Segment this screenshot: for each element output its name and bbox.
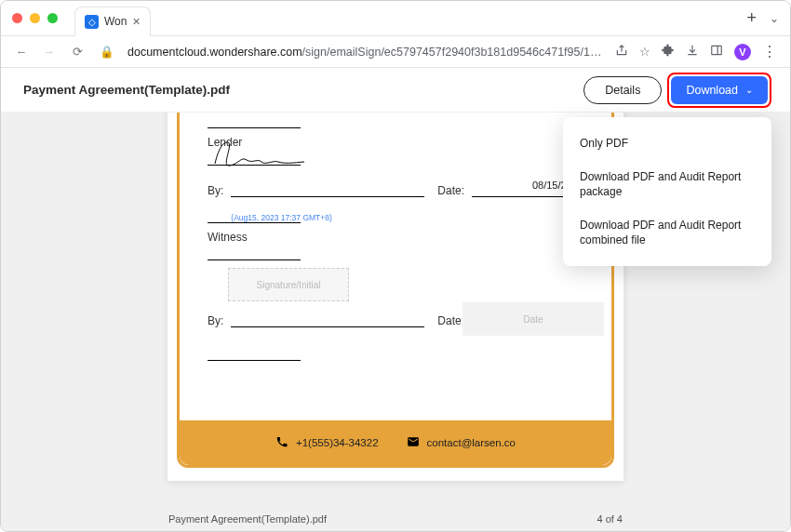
tabs-overflow-icon[interactable]: ⌄	[770, 12, 779, 25]
app-header: Payment Agreement(Template).pdf Details …	[1, 68, 790, 113]
date-label: Date:	[437, 184, 464, 197]
field-line	[208, 348, 301, 361]
document-page: Lender By: (Aug15, 2023 17:37 GMT+8) Dat…	[168, 113, 623, 481]
download-dropdown: Only PDF Download PDF and Audit Report p…	[563, 117, 771, 267]
window-titlebar: ◇ Won × + ⌄	[1, 1, 790, 36]
download-highlight: Download ⌄	[671, 76, 768, 104]
footer-phone: +1(555)34-34322	[275, 435, 379, 450]
share-icon[interactable]	[615, 44, 628, 60]
page-indicator: 4 of 4	[597, 513, 623, 525]
download-button[interactable]: Download ⌄	[671, 76, 768, 104]
back-icon[interactable]: ←	[14, 46, 29, 59]
field-line	[208, 115, 301, 128]
svg-rect-0	[712, 46, 722, 54]
witness-sign-row: By: Date: Date	[208, 303, 583, 327]
extensions-icon[interactable]	[662, 44, 675, 60]
document-footer-bar: +1(555)34-34322 contact@larsen.co	[180, 420, 611, 465]
phone-text: +1(555)34-34322	[296, 437, 379, 448]
signature-icon	[208, 140, 310, 171]
status-bar: Payment Agreement(Template).pdf 4 of 4	[1, 505, 790, 532]
dropdown-item-package[interactable]: Download PDF and Audit Report package	[563, 160, 771, 208]
signature-line[interactable]	[231, 326, 424, 327]
star-icon[interactable]: ☆	[639, 45, 650, 59]
close-window-icon[interactable]	[12, 13, 22, 23]
browser-menu-icon[interactable]: ⋮	[762, 43, 777, 60]
lock-icon[interactable]: 🔒	[100, 45, 114, 59]
chevron-down-icon: ⌄	[745, 85, 753, 95]
by-label: By:	[208, 184, 223, 197]
profile-avatar[interactable]: V	[734, 44, 751, 60]
witness-label: Witness	[208, 231, 583, 244]
signature-line[interactable]: (Aug15, 2023 17:37 GMT+8)	[231, 196, 424, 197]
witness-signature-area: Signature/Initial By: Date: Date	[208, 268, 583, 327]
page-content-frame: Lender By: (Aug15, 2023 17:37 GMT+8) Dat…	[177, 113, 614, 468]
details-button[interactable]: Details	[583, 76, 662, 104]
by-label: By:	[208, 314, 223, 327]
email-icon	[407, 435, 420, 450]
date-label: Date:	[437, 314, 464, 327]
toolbar-right: ☆ V ⋮	[615, 43, 777, 60]
new-tab-button[interactable]: +	[746, 8, 757, 28]
reload-icon[interactable]: ⟳	[70, 45, 85, 59]
browser-tab[interactable]: ◇ Won ×	[74, 7, 151, 36]
status-filename: Payment Agreement(Template).pdf	[168, 513, 327, 525]
browser-toolbar: ← → ⟳ 🔒 documentcloud.wondershare.com/si…	[1, 36, 790, 68]
header-actions: Details Download ⌄ Only PDF Download PDF…	[583, 76, 768, 104]
panel-icon[interactable]	[710, 44, 723, 60]
url-path: /sign/emailSign/ec5797457f2940f3b181d954…	[302, 46, 602, 59]
email-text: contact@larsen.co	[427, 437, 516, 448]
download-icon[interactable]	[686, 44, 699, 60]
minimize-window-icon[interactable]	[30, 13, 40, 23]
dropdown-item-combined[interactable]: Download PDF and Audit Report combined f…	[563, 208, 771, 257]
favicon-icon: ◇	[85, 15, 99, 29]
maximize-window-icon[interactable]	[47, 13, 58, 23]
signature-placeholder[interactable]: Signature/Initial	[228, 268, 349, 301]
lender-sign-row: By: (Aug15, 2023 17:37 GMT+8) Date: 08/1…	[208, 173, 583, 197]
download-label: Download	[686, 84, 738, 97]
traffic-lights[interactable]	[12, 13, 58, 23]
url-domain: documentcloud.wondershare.com	[127, 46, 302, 59]
forward-icon: →	[42, 46, 57, 59]
dropdown-item-only-pdf[interactable]: Only PDF	[563, 126, 771, 160]
field-line	[208, 247, 301, 260]
signature-timestamp: (Aug15, 2023 17:37 GMT+8)	[231, 213, 331, 222]
date-placeholder[interactable]: Date	[463, 302, 604, 336]
footer-email: contact@larsen.co	[407, 435, 516, 450]
tab-title: Won	[104, 15, 127, 28]
close-tab-icon[interactable]: ×	[132, 14, 140, 29]
document-title: Payment Agreement(Template).pdf	[23, 83, 230, 97]
date-line[interactable]: Date	[472, 326, 583, 327]
phone-icon	[275, 435, 288, 450]
address-bar[interactable]: documentcloud.wondershare.com/sign/email…	[127, 46, 602, 59]
